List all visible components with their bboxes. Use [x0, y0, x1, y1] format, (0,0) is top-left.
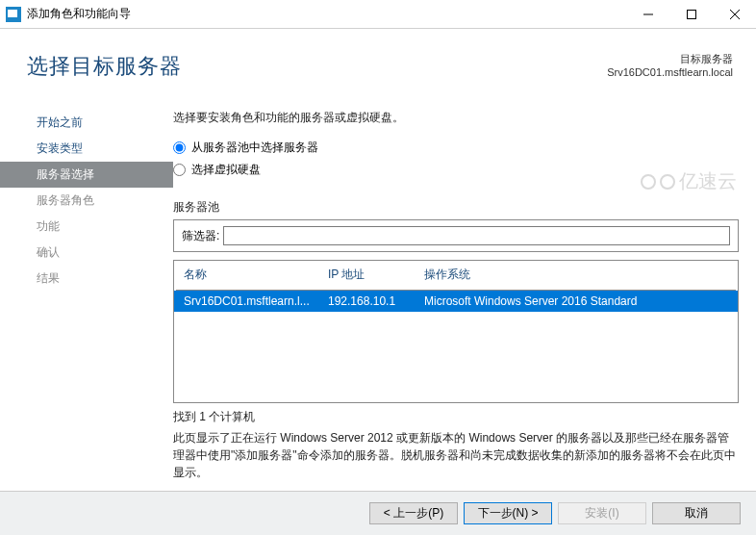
window-title: 添加角色和功能向导 — [27, 6, 131, 22]
nav-results: 结果 — [0, 266, 173, 292]
radio-select-vhd[interactable]: 选择虚拟硬盘 — [173, 162, 739, 178]
title-bar: 添加角色和功能向导 — [0, 0, 756, 29]
close-button[interactable] — [713, 0, 756, 29]
target-label: 目标服务器 — [607, 52, 733, 66]
nav-install-type[interactable]: 安装类型 — [0, 136, 173, 162]
window-controls — [626, 0, 756, 29]
previous-button[interactable]: < 上一步(P) — [369, 502, 458, 524]
page-title: 选择目标服务器 — [27, 52, 182, 81]
col-header-os[interactable]: 操作系统 — [424, 267, 728, 283]
wizard-footer: < 上一步(P) 下一步(N) > 安装(I) 取消 — [0, 491, 756, 535]
radio-select-vhd-input[interactable] — [173, 164, 186, 176]
install-button: 安装(I) — [558, 502, 646, 524]
col-header-name[interactable]: 名称 — [184, 267, 328, 283]
target-value: Srv16DC01.msftlearn.local — [607, 66, 733, 78]
filter-box: 筛选器: — [173, 219, 739, 252]
found-count: 找到 1 个计算机 — [173, 409, 739, 425]
cancel-button[interactable]: 取消 — [652, 502, 741, 524]
cell-os: Microsoft Windows Server 2016 Standard — [424, 294, 728, 308]
nav-confirmation: 确认 — [0, 240, 173, 266]
minimize-button[interactable] — [626, 0, 669, 29]
grid-header: 名称 IP 地址 操作系统 — [174, 261, 738, 290]
cell-ip: 192.168.10.1 — [328, 294, 424, 308]
target-info: 目标服务器 Srv16DC01.msftlearn.local — [607, 52, 733, 78]
svg-rect-1 — [687, 10, 695, 18]
nav-server-roles: 服务器角色 — [0, 188, 173, 214]
maximize-button[interactable] — [669, 0, 713, 29]
nav-before-you-begin[interactable]: 开始之前 — [0, 110, 173, 136]
server-grid: 名称 IP 地址 操作系统 Srv16DC01.msftlearn.l... 1… — [173, 260, 739, 403]
destination-radio-group: 从服务器池中选择服务器 选择虚拟硬盘 — [173, 140, 739, 184]
grid-row-selected[interactable]: Srv16DC01.msftlearn.l... 192.168.10.1 Mi… — [174, 291, 738, 312]
cell-name: Srv16DC01.msftlearn.l... — [184, 294, 328, 308]
next-button[interactable]: 下一步(N) > — [464, 502, 552, 524]
nav-features: 功能 — [0, 214, 173, 240]
content-pane: 选择要安装角色和功能的服务器或虚拟硬盘。 从服务器池中选择服务器 选择虚拟硬盘 … — [173, 104, 756, 481]
main-area: 开始之前 安装类型 服务器选择 服务器角色 功能 确认 结果 选择要安装角色和功… — [0, 104, 756, 481]
radio-from-pool[interactable]: 从服务器池中选择服务器 — [173, 140, 739, 156]
col-header-ip[interactable]: IP 地址 — [328, 267, 424, 283]
nav-server-selection[interactable]: 服务器选择 — [0, 162, 173, 188]
radio-select-vhd-label: 选择虚拟硬盘 — [191, 162, 261, 178]
description-note: 此页显示了正在运行 Windows Server 2012 或更新版本的 Win… — [173, 429, 739, 481]
radio-from-pool-label: 从服务器池中选择服务器 — [191, 140, 318, 156]
wizard-nav: 开始之前 安装类型 服务器选择 服务器角色 功能 确认 结果 — [0, 104, 173, 481]
page-header: 选择目标服务器 目标服务器 Srv16DC01.msftlearn.local — [0, 29, 756, 104]
radio-from-pool-input[interactable] — [173, 141, 186, 154]
instruction-text: 选择要安装角色和功能的服务器或虚拟硬盘。 — [173, 110, 739, 126]
filter-input[interactable] — [223, 226, 730, 245]
filter-label: 筛选器: — [182, 228, 219, 244]
server-pool-label: 服务器池 — [173, 199, 739, 216]
app-icon — [6, 7, 21, 22]
